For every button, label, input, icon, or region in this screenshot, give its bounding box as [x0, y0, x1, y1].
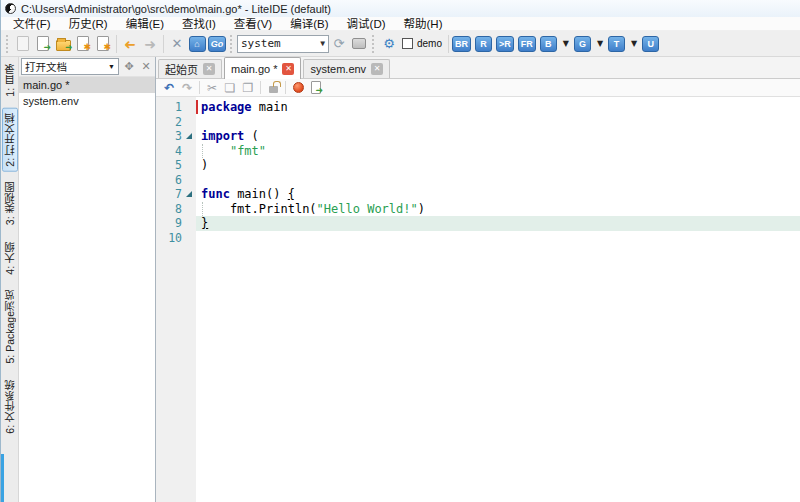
line-number: 2 — [156, 115, 182, 130]
chevron-down-icon[interactable]: ▼ — [631, 39, 637, 48]
undo-button[interactable]: ↶ — [160, 80, 178, 96]
build-config-button[interactable]: ✕ — [167, 34, 187, 54]
menu-item-0[interactable]: 文件(F) — [5, 17, 59, 31]
sidebar-tab-4[interactable]: 4: 大纲 — [2, 237, 18, 280]
text-caret — [196, 100, 198, 114]
menu-item-5[interactable]: 编译(B) — [282, 17, 336, 31]
code-line[interactable]: 9} — [156, 216, 800, 231]
line-gutter: 6 — [156, 173, 196, 188]
tab-close-icon[interactable]: ✕ — [203, 63, 215, 75]
line-number: 7 — [156, 187, 182, 202]
sidebar-tab-2[interactable]: 2: 打开文档 — [2, 108, 18, 172]
action-button-gtR[interactable]: >R — [496, 36, 514, 52]
code-line-text[interactable]: "fmt" — [196, 144, 800, 159]
code-line-text[interactable] — [196, 173, 800, 188]
code-line[interactable]: 5) — [156, 158, 800, 173]
build-settings-button[interactable]: ⚙ — [379, 34, 399, 54]
toolbar-grip[interactable] — [230, 35, 234, 53]
main-toolbar: ➜➜✱✱ ➜➜ ✕ ⌂ Go system ▼ ⟳ ⚙ demo BRR>RFR… — [1, 31, 800, 57]
panel-mode-select[interactable]: 打开文档 ▼ — [21, 58, 119, 75]
code-line-text[interactable]: func main() { — [196, 187, 800, 202]
open-folder-button[interactable]: ➜ — [53, 34, 73, 54]
reload-env-button[interactable]: ⟳ — [329, 34, 349, 54]
file-item[interactable]: main.go * — [19, 77, 155, 93]
back-button[interactable]: ➜ — [120, 34, 140, 54]
menu-item-3[interactable]: 查找(I) — [174, 17, 224, 31]
copy-button[interactable]: ❏ — [221, 80, 239, 96]
code-line-text[interactable]: import ( — [196, 129, 800, 144]
action-button-G[interactable]: G — [574, 36, 591, 52]
float-panel-icon[interactable]: ✥ — [122, 60, 136, 73]
code-line[interactable]: 7func main() { — [156, 187, 800, 202]
paste-button[interactable]: ❐ — [239, 80, 257, 96]
code-line[interactable]: 6 — [156, 173, 800, 188]
chevron-down-icon: ▼ — [108, 63, 115, 70]
line-number: 8 — [156, 202, 182, 217]
record-button[interactable] — [289, 80, 307, 96]
export-button[interactable]: ➜ — [307, 80, 325, 96]
cut-button[interactable]: ✂ — [203, 80, 221, 96]
action-button-BR[interactable]: BR — [452, 36, 471, 52]
code-line[interactable]: 1package main — [156, 100, 800, 115]
menu-item-6[interactable]: 调试(D) — [339, 17, 394, 31]
chevron-down-icon[interactable]: ▼ — [597, 39, 603, 48]
editor-tab-2[interactable]: main.go *✕ — [224, 57, 301, 79]
fold-column[interactable] — [182, 129, 196, 144]
code-line-text[interactable] — [196, 115, 800, 130]
copy-icon: ❏ — [225, 81, 236, 95]
demo-checkbox[interactable]: demo — [399, 34, 445, 54]
code-line-text[interactable]: fmt.Println("Hello World!") — [196, 202, 800, 217]
code-editor[interactable]: 1package main23import (4 "fmt"5)67func m… — [156, 97, 800, 502]
home-button[interactable]: ⌂ — [187, 34, 207, 54]
chevron-down-icon[interactable]: ▼ — [563, 39, 569, 48]
lock-button[interactable] — [264, 80, 282, 96]
code-line-text[interactable]: } — [196, 216, 800, 231]
menu-item-4[interactable]: 查看(V) — [226, 17, 280, 31]
menu-item-1[interactable]: 历史(R) — [61, 17, 116, 31]
code-line[interactable]: 10 — [156, 231, 800, 246]
save-all-button[interactable]: ✱ — [93, 34, 113, 54]
demo-checkbox-label: demo — [417, 38, 442, 49]
save-file-icon: ✱ — [77, 36, 89, 51]
code-line-text[interactable]: package main — [196, 100, 800, 115]
sidebar-tab-3[interactable]: 3: 类视图 — [2, 177, 18, 230]
action-button-B[interactable]: B — [540, 36, 557, 52]
edit-env-button[interactable] — [349, 34, 369, 54]
fold-column — [182, 144, 196, 159]
code-line[interactable]: 8 fmt.Println("Hello World!") — [156, 202, 800, 217]
close-panel-icon[interactable]: ✕ — [139, 60, 153, 73]
code-line[interactable]: 3import ( — [156, 129, 800, 144]
sidebar-tab-5[interactable]: 5: Package浏览 — [2, 285, 18, 369]
menu-item-7[interactable]: 帮助(H) — [396, 17, 451, 31]
env-select-value: system — [241, 37, 281, 50]
toolbar-grip[interactable] — [6, 35, 10, 53]
tab-close-icon[interactable]: ✕ — [371, 63, 383, 75]
tab-close-icon[interactable]: ✕ — [282, 63, 294, 75]
side-panel-header: 打开文档 ▼ ✥ ✕ — [19, 57, 155, 77]
menu-item-2[interactable]: 编辑(E) — [118, 17, 172, 31]
fold-column[interactable] — [182, 187, 196, 202]
env-select[interactable]: system ▼ — [237, 35, 329, 53]
editor-tab-3[interactable]: system.env✕ — [303, 59, 390, 78]
code-line[interactable]: 2 — [156, 115, 800, 130]
new-file-button[interactable] — [13, 34, 33, 54]
code-line[interactable]: 4 "fmt" — [156, 144, 800, 159]
action-button-T[interactable]: T — [608, 36, 625, 52]
sidebar-tab-1[interactable]: 1: 目录 — [2, 59, 18, 102]
action-button-R[interactable]: R — [475, 36, 492, 52]
toolbar-grip[interactable] — [372, 35, 376, 53]
forward-button[interactable]: ➜ — [140, 34, 160, 54]
sidebar-tab-6[interactable]: 6: 文件系统 — [2, 375, 18, 439]
action-button-FR[interactable]: FR — [518, 36, 536, 52]
liteide-window: C:\Users\Administrator\go\src\demo\main.… — [0, 0, 800, 502]
save-file-button[interactable]: ✱ — [73, 34, 93, 54]
code-line-text[interactable]: ) — [196, 158, 800, 173]
godoc-button[interactable]: Go — [207, 34, 227, 54]
redo-button[interactable]: ↷ — [178, 80, 196, 96]
code-line-text[interactable] — [196, 231, 800, 246]
editor-tab-1[interactable]: 起始页✕ — [158, 59, 222, 78]
open-file-button[interactable]: ➜ — [33, 34, 53, 54]
action-button-U[interactable]: U — [642, 36, 659, 52]
file-item[interactable]: system.env — [19, 93, 155, 109]
title-bar: C:\Users\Administrator\go\src\demo\main.… — [1, 0, 800, 17]
